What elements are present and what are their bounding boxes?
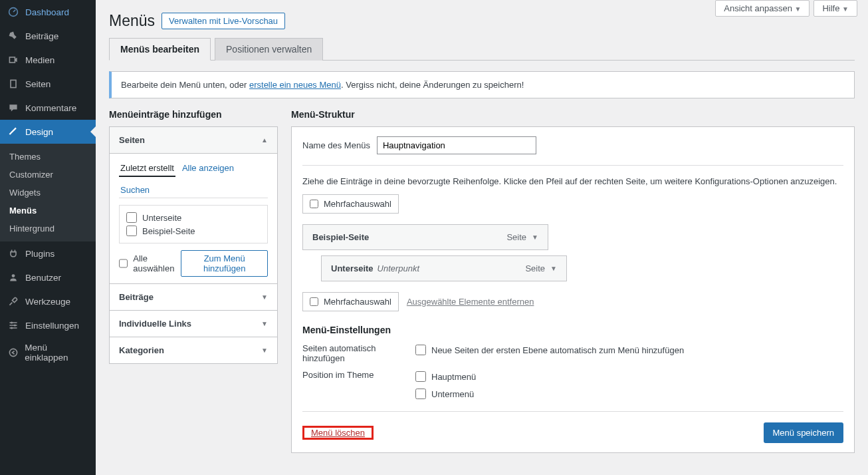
auto-add-label: Seiten automatisch hinzufügen [302, 343, 402, 363]
main-content: Ansicht anpassen ▼ Hilfe ▼ Menüs Verwalt… [96, 0, 868, 475]
option-label: Untermenü [431, 389, 474, 399]
position-checkbox[interactable] [415, 389, 426, 399]
sidebar-item-plugins[interactable]: Plugins [0, 241, 96, 265]
menu-item-subtitle: Unterpunkt [378, 263, 420, 273]
plug-icon [7, 247, 20, 260]
sidebar-item-users[interactable]: Benutzer [0, 265, 96, 289]
bulk-select-bottom[interactable]: Mehrfachauswahl [302, 292, 399, 311]
sidebar-item-media[interactable]: Medien [0, 48, 96, 72]
chevron-down-icon: ▼ [261, 347, 268, 354]
sidebar-item-pages[interactable]: Seiten [0, 72, 96, 96]
position-checkbox[interactable] [415, 371, 426, 382]
menu-name-input[interactable] [377, 136, 536, 154]
button-label: Ansicht anpassen [724, 3, 792, 13]
accordion-links: Individuelle Links▼ [109, 311, 278, 337]
chevron-down-icon[interactable]: ▼ [532, 234, 538, 241]
submenu-themes[interactable]: Themes [0, 148, 96, 166]
position-main-option[interactable]: Hauptmenü [415, 370, 476, 383]
sidebar-item-dashboard[interactable]: Dashboard [0, 0, 96, 24]
accordion-categories: Kategorien▼ [109, 337, 278, 364]
page-checkbox[interactable] [126, 212, 137, 223]
save-menu-button[interactable]: Menü speichern [764, 422, 844, 443]
tab-manage-positions[interactable]: Positionen verwalten [215, 38, 323, 61]
button-label: Hilfe [822, 3, 839, 13]
menu-item-title: Beispiel-Seite [312, 232, 369, 242]
menu-name-label: Name des Menüs [302, 140, 370, 150]
sidebar-item-label: Seiten [25, 79, 51, 89]
position-sub-option[interactable]: Untermenü [415, 387, 476, 400]
available-pages-list: Unterseite Beispiel-Seite [119, 205, 268, 243]
sidebar-item-settings[interactable]: Einstellungen [0, 313, 96, 337]
sidebar-collapse[interactable]: Menü einklappen [0, 337, 96, 368]
admin-sidebar: Dashboard Beiträge Medien Seiten Komment… [0, 0, 96, 475]
menu-item[interactable]: UnterseiteUnterpunkt Seite▼ [321, 255, 567, 281]
svg-rect-2 [11, 80, 16, 87]
accordion-head-categories[interactable]: Kategorien▼ [110, 337, 277, 363]
page-checkbox-row[interactable]: Beispiel-Seite [126, 224, 261, 238]
bulk-checkbox[interactable] [310, 200, 318, 208]
page-title: Menüs [109, 12, 155, 30]
accordion-label: Individuelle Links [119, 319, 191, 329]
subtab-all[interactable]: Alle anzeigen [181, 160, 235, 177]
dashboard-icon [7, 5, 20, 19]
tab-edit-menus[interactable]: Menüs bearbeiten [109, 38, 211, 61]
menu-item-title: Unterseite [331, 263, 374, 273]
sidebar-item-label: Medien [25, 55, 54, 65]
menu-item[interactable]: Beispiel-Seite Seite▼ [302, 224, 548, 250]
svg-rect-1 [9, 57, 15, 63]
accordion-head-posts[interactable]: Beiträge▼ [110, 284, 277, 310]
subtab-recent[interactable]: Zuletzt erstellt [119, 160, 175, 177]
select-all-label: Alle auswählen [133, 253, 181, 273]
auto-add-option[interactable]: Neue Seiten der ersten Ebene automatisch… [415, 343, 684, 357]
submenu-menus[interactable]: Menüs [0, 202, 96, 220]
delete-menu-link[interactable]: Menü löschen [304, 424, 372, 442]
sidebar-item-label: Menü einklappen [25, 343, 90, 363]
submenu-widgets[interactable]: Widgets [0, 184, 96, 202]
screen-options-button[interactable]: Ansicht anpassen ▼ [715, 0, 810, 17]
page-checkbox[interactable] [126, 226, 137, 236]
select-all-row[interactable]: Alle auswählen [119, 252, 181, 275]
svg-point-7 [9, 349, 17, 356]
chevron-up-icon: ▲ [261, 136, 268, 144]
select-all-checkbox[interactable] [119, 258, 128, 269]
menu-item-type: Seite [525, 263, 545, 273]
chevron-down-icon: ▼ [795, 5, 802, 13]
brush-icon [7, 125, 20, 138]
sidebar-item-design[interactable]: Design [0, 120, 96, 144]
sidebar-item-posts[interactable]: Beiträge [0, 24, 96, 48]
bulk-select-top[interactable]: Mehrfachauswahl [302, 194, 399, 214]
live-preview-button[interactable]: Verwalten mit Live-Vorschau [162, 13, 285, 29]
nav-tabs: Menüs bearbeiten Positionen verwalten [109, 38, 855, 61]
sidebar-item-comments[interactable]: Kommentare [0, 96, 96, 120]
page-checkbox-row[interactable]: Unterseite [126, 211, 261, 224]
design-submenu: Themes Customizer Widgets Menüs Hintergr… [0, 144, 96, 241]
position-label: Position im Theme [302, 370, 402, 380]
subtab-search[interactable]: Suchen [119, 182, 151, 198]
submenu-customizer[interactable]: Customizer [0, 166, 96, 184]
svg-point-3 [12, 274, 15, 277]
collapse-icon [7, 346, 19, 359]
page-label: Beispiel-Seite [142, 226, 195, 236]
create-menu-link[interactable]: erstelle ein neues Menü [249, 80, 341, 90]
structure-title: Menü-Struktur [291, 109, 855, 120]
add-to-menu-button[interactable]: Zum Menü hinzufügen [181, 250, 268, 277]
wrench-icon [7, 295, 20, 308]
chevron-down-icon: ▼ [261, 293, 268, 301]
help-button[interactable]: Hilfe ▼ [814, 0, 857, 17]
sidebar-item-label: Beiträge [25, 31, 58, 41]
accordion-head-pages[interactable]: Seiten▲ [110, 127, 277, 154]
notice-text: . Vergiss nicht, deine Änderungen zu spe… [341, 80, 524, 90]
option-label: Neue Seiten der ersten Ebene automatisch… [431, 345, 684, 355]
chevron-down-icon[interactable]: ▼ [550, 265, 557, 272]
delete-highlight-box: Menü löschen [302, 426, 374, 440]
accordion-label: Seiten [119, 135, 145, 145]
comment-icon [7, 101, 20, 114]
sidebar-item-tools[interactable]: Werkzeuge [0, 289, 96, 313]
remove-selected-link[interactable]: Ausgewählte Elemente entfernen [407, 297, 534, 307]
bulk-checkbox[interactable] [310, 297, 318, 306]
auto-add-checkbox[interactable] [415, 345, 426, 355]
page-label: Unterseite [142, 213, 181, 223]
accordion-head-links[interactable]: Individuelle Links▼ [110, 311, 277, 337]
submenu-background[interactable]: Hintergrund [0, 220, 96, 238]
sidebar-item-label: Benutzer [25, 273, 61, 283]
